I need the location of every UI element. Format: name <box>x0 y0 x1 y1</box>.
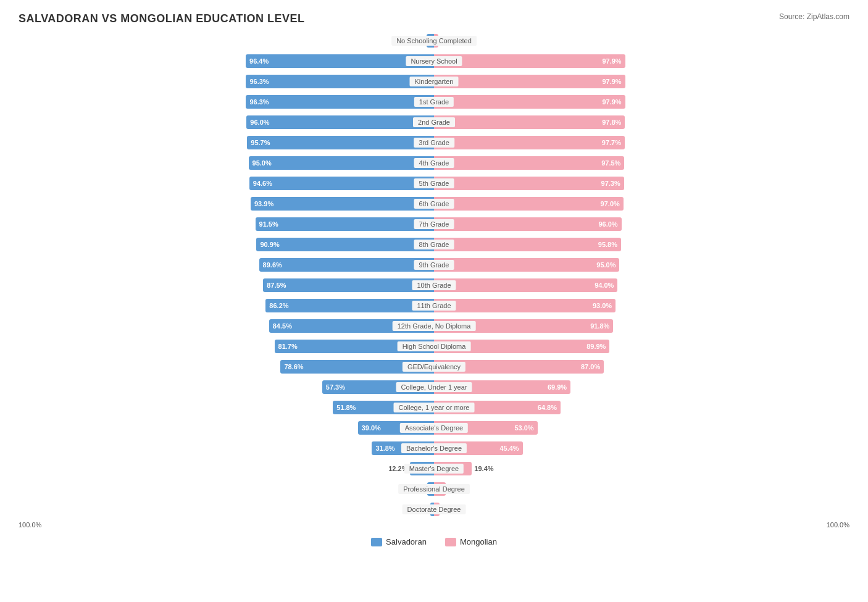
bar-label: 1st Grade <box>414 97 454 107</box>
bar-left: 93.9% <box>251 197 434 211</box>
bar-row: 94.6%5th Grade97.3% <box>19 174 849 193</box>
left-section: 89.6% <box>19 258 434 272</box>
bar-row: 3.7%No Schooling Completed2.1% <box>19 31 849 50</box>
chart-container: 3.7%No Schooling Completed2.1%96.4%Nurse… <box>19 31 849 529</box>
bar-right: 97.9% <box>434 54 625 68</box>
bar-row: 91.5%7th Grade96.0% <box>19 215 849 233</box>
right-section: 64.8% <box>434 401 849 414</box>
bar-row: 3.5%Professional Degree6.1% <box>19 480 849 498</box>
left-section: 95.7% <box>19 136 434 149</box>
right-section: 2.8% <box>434 503 849 516</box>
val-left-inside: 39.0% <box>362 424 381 432</box>
val-right-inside: 95.0% <box>596 261 616 269</box>
val-left-inside: 94.6% <box>253 180 272 187</box>
left-section: 96.3% <box>19 75 434 88</box>
bar-label: Kindergarten <box>410 77 459 86</box>
bar-label: Doctorate Degree <box>403 504 466 514</box>
val-right-inside: 97.9% <box>602 78 621 85</box>
left-section: 93.9% <box>19 197 434 211</box>
right-section: 2.1% <box>434 34 849 48</box>
val-right-inside: 87.0% <box>581 363 600 370</box>
legend: Salvadoran Mongolian <box>19 537 849 546</box>
val-right-inside: 96.0% <box>598 220 617 228</box>
left-section: 81.7% <box>19 340 434 353</box>
left-section: 86.2% <box>19 299 434 312</box>
left-section: 87.5% <box>19 278 434 292</box>
bar-label: 6th Grade <box>414 199 454 209</box>
axis-labels: 100.0% 100.0% <box>19 521 849 529</box>
bar-row: 96.3%Kindergarten97.9% <box>19 72 849 91</box>
bar-row: 95.0%4th Grade97.5% <box>19 154 849 172</box>
bar-label: Master's Degree <box>404 464 464 474</box>
val-right-inside: 89.9% <box>586 343 606 350</box>
chart-title: SALVADORAN VS MONGOLIAN EDUCATION LEVEL <box>19 12 849 25</box>
bar-right: 96.0% <box>434 217 622 231</box>
right-section: 94.0% <box>434 278 849 292</box>
bar-right: 94.0% <box>434 278 617 292</box>
val-right-outside: 19.4% <box>474 465 493 472</box>
val-right-inside: 64.8% <box>538 404 557 411</box>
bar-label: College, 1 year or more <box>394 403 475 412</box>
val-right-inside: 97.0% <box>601 200 620 207</box>
val-right-inside: 97.3% <box>601 180 620 187</box>
left-section: 96.3% <box>19 95 434 109</box>
val-left-inside: 95.7% <box>251 139 270 146</box>
bar-right: 93.0% <box>434 299 616 312</box>
bar-label: 2nd Grade <box>413 117 455 127</box>
bar-left: 96.3% <box>246 95 434 109</box>
val-left-inside: 81.7% <box>278 343 298 350</box>
bar-right: 97.9% <box>434 95 625 109</box>
legend-mongolian-label: Mongolian <box>460 537 497 546</box>
legend-mongolian: Mongolian <box>445 537 497 546</box>
bar-label: 4th Grade <box>414 158 454 168</box>
left-section: 31.8% <box>19 441 434 455</box>
bar-label: Bachelor's Degree <box>401 443 467 453</box>
bar-left: 95.0% <box>249 156 434 170</box>
val-right-inside: 45.4% <box>499 445 519 452</box>
left-section: 3.7% <box>19 34 434 48</box>
val-right-inside: 97.5% <box>601 159 620 167</box>
bar-label: Professional Degree <box>398 484 470 494</box>
val-left-inside: 96.4% <box>249 57 269 65</box>
right-section: 97.3% <box>434 177 849 190</box>
right-section: 45.4% <box>434 441 849 455</box>
right-section: 97.0% <box>434 197 849 211</box>
left-section: 78.6% <box>19 360 434 374</box>
bar-row: 89.6%9th Grade95.0% <box>19 256 849 274</box>
val-left-inside: 90.9% <box>260 241 279 248</box>
bar-label: High School Diploma <box>398 341 471 351</box>
bar-row: 86.2%11th Grade93.0% <box>19 296 849 315</box>
bar-right: 95.0% <box>434 258 619 272</box>
right-section: 97.9% <box>434 75 849 88</box>
val-left-inside: 84.5% <box>273 322 292 330</box>
left-section: 57.3% <box>19 380 434 394</box>
bar-label: 12th Grade, No Diploma <box>393 321 476 331</box>
val-left-inside: 96.3% <box>249 78 269 85</box>
val-right-inside: 69.9% <box>548 383 567 391</box>
source-label: Source: ZipAtlas.com <box>779 12 849 21</box>
left-section: 3.5% <box>19 482 434 496</box>
bar-label: 10th Grade <box>412 280 456 290</box>
val-left-inside: 86.2% <box>269 302 288 309</box>
bar-left: 91.5% <box>256 217 434 231</box>
bar-row: 81.7%High School Diploma89.9% <box>19 337 849 356</box>
left-section: 96.0% <box>19 115 434 129</box>
bar-label: Nursery School <box>406 56 462 66</box>
right-section: 97.7% <box>434 136 849 149</box>
bar-row: 1.5%Doctorate Degree2.8% <box>19 500 849 519</box>
bar-left: 87.5% <box>263 278 434 292</box>
left-section: 51.8% <box>19 401 434 414</box>
val-right-inside: 94.0% <box>595 282 614 289</box>
bar-left: 95.7% <box>247 136 434 149</box>
bar-right: 97.9% <box>434 75 625 88</box>
axis-right: 100.0% <box>827 521 849 529</box>
right-section: 95.0% <box>434 258 849 272</box>
legend-mongolian-box <box>445 538 456 546</box>
val-left-inside: 93.9% <box>254 200 273 207</box>
bar-label: Associate's Degree <box>400 423 468 433</box>
right-section: 97.9% <box>434 95 849 109</box>
right-section: 19.4% <box>434 462 849 475</box>
right-section: 69.9% <box>434 380 849 394</box>
bar-row: 96.0%2nd Grade97.8% <box>19 113 849 132</box>
bar-row: 96.4%Nursery School97.9% <box>19 52 849 70</box>
